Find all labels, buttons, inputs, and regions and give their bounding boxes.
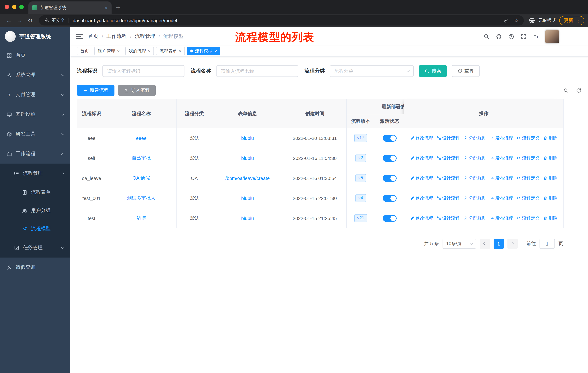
process-name-link[interactable]: 测试多审批人: [106, 188, 177, 208]
window-minimize-button[interactable]: [12, 5, 16, 9]
sidebar-item-infrastructure[interactable]: 基础设施: [0, 105, 70, 124]
next-page-button[interactable]: [507, 239, 518, 249]
action-definition[interactable]: 流程定义: [516, 215, 539, 221]
update-button[interactable]: 更新 ⋮: [559, 16, 584, 25]
action-definition[interactable]: 流程定义: [516, 195, 539, 201]
breadcrumb-item[interactable]: 工作流程: [106, 33, 127, 40]
action-definition[interactable]: 流程定义: [516, 135, 539, 141]
user-avatar[interactable]: [545, 30, 559, 43]
action-design[interactable]: 设计流程: [437, 155, 460, 161]
form-info-link[interactable]: biubiu: [212, 208, 283, 228]
window-close-button[interactable]: [5, 5, 9, 9]
active-toggle[interactable]: [383, 175, 396, 181]
sidebar-item-process-manage[interactable]: 流程管理: [0, 163, 70, 183]
process-name-link[interactable]: 自己审批: [106, 148, 177, 168]
tag-close-icon[interactable]: ×: [179, 49, 181, 53]
forward-button[interactable]: →: [14, 17, 25, 24]
font-size-icon[interactable]: [533, 33, 539, 40]
action-deploy[interactable]: 发布流程: [490, 195, 513, 201]
reset-button[interactable]: 重置: [452, 65, 480, 77]
column-header[interactable]: 表单信息: [212, 99, 283, 128]
browser-menu-kebab-icon[interactable]: ⋮: [576, 18, 581, 23]
new-tab-button[interactable]: +: [116, 4, 120, 12]
back-button[interactable]: ←: [4, 17, 14, 24]
active-toggle[interactable]: [383, 135, 396, 141]
active-toggle[interactable]: [383, 195, 396, 202]
action-deploy[interactable]: 发布流程: [490, 175, 513, 181]
url-text[interactable]: dashboard.yudao.iocoder.cn/bpm/manager/m…: [73, 18, 177, 23]
sidebar-item-workflow[interactable]: 工作流程: [0, 144, 70, 163]
action-assign[interactable]: 分配规则: [463, 195, 486, 201]
form-info-link[interactable]: /bpm/oa/leave/create: [212, 168, 283, 188]
action-design[interactable]: 设计流程: [437, 135, 460, 141]
tag-close-icon[interactable]: ×: [117, 49, 120, 53]
process-name-input[interactable]: [216, 65, 298, 77]
category-select[interactable]: 流程分类: [330, 65, 414, 77]
action-delete[interactable]: 删除: [543, 155, 557, 161]
page-number-button[interactable]: 1: [494, 239, 504, 249]
window-zoom-button[interactable]: [19, 5, 24, 9]
github-icon[interactable]: [496, 33, 502, 40]
tag-process-form[interactable]: 流程表单×: [156, 47, 185, 55]
sidebar-item-dev-tools[interactable]: 研发工具: [0, 124, 70, 144]
tag-close-icon[interactable]: ×: [214, 49, 217, 53]
sidebar-item-user-group[interactable]: 用户分组: [0, 202, 70, 220]
tag-my-process[interactable]: 我的流程×: [125, 47, 154, 55]
tab-close-icon[interactable]: ×: [105, 5, 108, 11]
search-button[interactable]: 搜索: [419, 65, 447, 77]
sidebar-item-process-model[interactable]: 流程模型: [0, 220, 70, 238]
active-toggle[interactable]: [383, 215, 396, 222]
tag-tenant-manage[interactable]: 租户管理×: [94, 47, 123, 55]
sub-column-header[interactable]: 激活状态: [375, 114, 404, 128]
password-key-icon[interactable]: [503, 18, 509, 23]
action-deploy[interactable]: 发布流程: [490, 135, 513, 141]
action-edit[interactable]: 修改流程: [410, 135, 433, 141]
process-name-link[interactable]: OA 请假: [106, 168, 177, 188]
breadcrumb-item[interactable]: 首页: [88, 33, 98, 40]
tag-home[interactable]: 首页: [77, 47, 92, 55]
goto-page-input[interactable]: [539, 239, 555, 249]
sidebar-item-task-manage[interactable]: 任务管理: [0, 238, 70, 258]
toggle-search-icon[interactable]: [563, 88, 569, 93]
import-process-button[interactable]: 导入流程: [118, 85, 156, 96]
page-size-select[interactable]: 10条/页: [442, 239, 476, 249]
sidebar-item-home[interactable]: 首页: [0, 46, 70, 65]
sub-column-header[interactable]: 流程版本: [346, 114, 375, 128]
not-secure-label[interactable]: 不安全: [51, 17, 65, 23]
action-assign[interactable]: 分配规则: [463, 155, 486, 161]
process-name-link[interactable]: eeee: [106, 128, 177, 148]
action-design[interactable]: 设计流程: [437, 195, 460, 201]
tag-process-model[interactable]: 流程模型×: [187, 47, 220, 55]
action-edit[interactable]: 修改流程: [410, 215, 433, 221]
action-delete[interactable]: 删除: [543, 135, 557, 141]
sidebar-item-leave-query[interactable]: 请假查询: [0, 258, 70, 277]
refresh-table-icon[interactable]: [576, 88, 581, 93]
action-definition[interactable]: 流程定义: [516, 155, 539, 161]
prev-page-button[interactable]: [480, 239, 490, 249]
reload-button[interactable]: ↻: [25, 17, 35, 24]
address-bar[interactable]: 不安全 dashboard.yudao.iocoder.cn/bpm/manag…: [39, 15, 524, 26]
action-deploy[interactable]: 发布流程: [490, 215, 513, 221]
action-design[interactable]: 设计流程: [437, 175, 460, 181]
sidebar-item-system-manage[interactable]: 系统管理: [0, 65, 70, 85]
column-header[interactable]: 创建时间: [283, 99, 346, 128]
action-assign[interactable]: 分配规则: [463, 215, 486, 221]
process-name-link[interactable]: 滔博: [106, 208, 177, 228]
action-delete[interactable]: 删除: [543, 175, 557, 181]
create-process-button[interactable]: 新建流程: [77, 85, 115, 96]
action-definition[interactable]: 流程定义: [516, 175, 539, 181]
action-deploy[interactable]: 发布流程: [490, 155, 513, 161]
form-info-link[interactable]: biubiu: [212, 188, 283, 208]
header-search-icon[interactable]: [483, 33, 490, 40]
form-info-link[interactable]: biubiu: [212, 128, 283, 148]
breadcrumb-item[interactable]: 流程管理: [135, 33, 155, 40]
fullscreen-icon[interactable]: [521, 33, 527, 40]
sidebar-item-payment-manage[interactable]: 支付管理: [0, 85, 70, 105]
action-delete[interactable]: 删除: [543, 215, 557, 221]
process-key-input[interactable]: [102, 65, 184, 77]
action-assign[interactable]: 分配规则: [463, 175, 486, 181]
action-edit[interactable]: 修改流程: [410, 155, 433, 161]
collapse-sidebar-button[interactable]: [76, 34, 83, 39]
form-info-link[interactable]: biubiu: [212, 148, 283, 168]
browser-tab[interactable]: 芋道管理系统 ×: [28, 1, 112, 14]
